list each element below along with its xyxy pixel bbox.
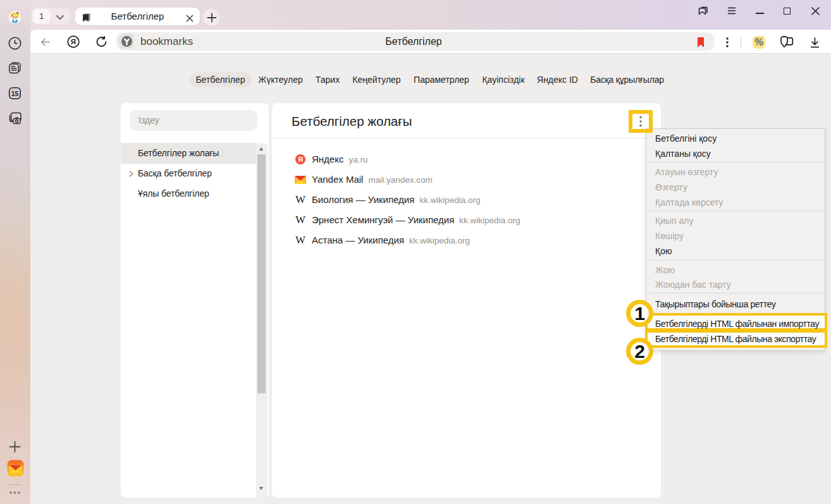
svg-text:Я: Я [298, 156, 303, 163]
svg-text:15: 15 [11, 90, 19, 97]
svg-text:Я: Я [71, 38, 76, 46]
